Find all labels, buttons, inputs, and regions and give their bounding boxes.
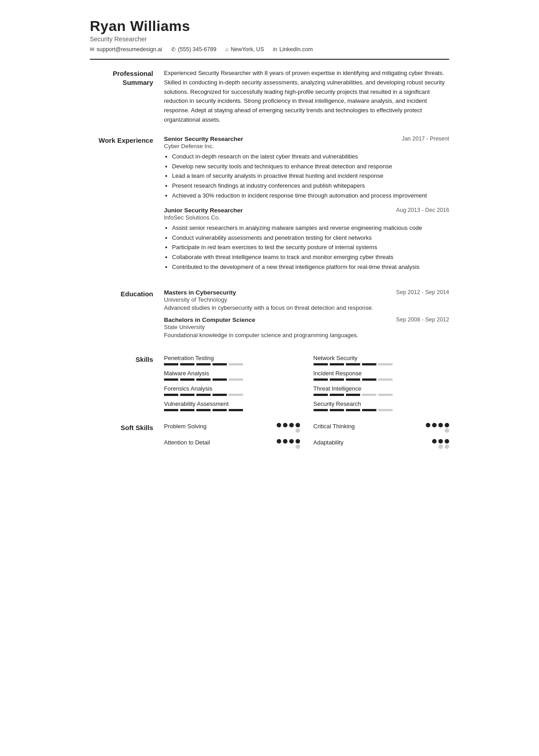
work-experience-label: Work Experience <box>90 136 164 278</box>
candidate-name: Ryan Williams <box>90 18 449 35</box>
skill-bar <box>314 394 450 396</box>
skill-segment-filled <box>196 409 211 411</box>
education-item: Masters in CybersecuritySep 2012 - Sep 2… <box>164 289 449 311</box>
job-title: Junior Security Researcher <box>164 207 243 214</box>
skill-segment-empty <box>378 394 393 396</box>
skill-segment-filled <box>164 409 178 411</box>
skill-segment-filled <box>330 363 344 365</box>
soft-skills-content: Problem SolvingCritical ThinkingAttentio… <box>164 423 449 452</box>
work-experience-content: Senior Security ResearcherJan 2017 - Pre… <box>164 136 449 278</box>
skill-segment-empty <box>362 394 376 396</box>
soft-skill-name: Adaptability <box>314 439 344 446</box>
summary-content: Experienced Security Researcher with 8 y… <box>164 69 449 125</box>
dots-container <box>426 423 449 434</box>
dot-empty <box>438 444 443 449</box>
job-bullet: Achieved a 30% reduction in incident res… <box>172 191 449 201</box>
dot-filled <box>438 423 443 427</box>
skill-segment-empty <box>229 363 243 365</box>
job-bullet: Develop new security tools and technique… <box>172 162 449 171</box>
education-section: Education Masters in CybersecuritySep 20… <box>90 289 449 344</box>
skill-name: Network Security <box>314 355 450 361</box>
skill-segment-filled <box>362 409 376 411</box>
dot-filled <box>426 423 430 427</box>
job-date: Jan 2017 - Present <box>402 136 449 142</box>
skill-segment-empty <box>229 394 243 396</box>
skill-segment-filled <box>164 363 178 365</box>
skill-segment-filled <box>196 378 211 381</box>
dot-empty <box>445 428 449 433</box>
email-icon: ✉ <box>90 46 94 53</box>
work-experience-section: Work Experience Senior Security Research… <box>90 136 449 278</box>
skills-section: Skills Penetration TestingNetwork Securi… <box>90 355 449 412</box>
skill-segment-filled <box>362 378 376 381</box>
skill-bar <box>314 378 450 381</box>
job-bullet: Present research findings at industry co… <box>172 181 449 191</box>
skill-segment-filled <box>314 394 328 396</box>
dot-filled <box>296 423 300 427</box>
job-item: Senior Security ResearcherJan 2017 - Pre… <box>164 136 449 201</box>
skill-name: Threat Intelligence <box>314 385 450 392</box>
dot-empty <box>296 428 300 433</box>
skill-segment-filled <box>229 409 243 411</box>
email-value: support@resumedesign.ai <box>97 46 162 53</box>
edu-school: State University <box>164 324 449 330</box>
job-company: Cyber Defense Inc. <box>164 143 449 149</box>
edu-degree: Masters in Cybersecurity <box>164 289 236 296</box>
location-item: ⌂ NewYork, US <box>225 46 264 53</box>
skill-segment-filled <box>314 378 328 381</box>
skill-segment-filled <box>330 378 344 381</box>
soft-skill-item: Problem Solving <box>164 423 300 434</box>
soft-skill-item: Critical Thinking <box>314 423 450 434</box>
header: Ryan Williams Security Researcher ✉ supp… <box>90 18 449 53</box>
skill-segment-empty <box>378 378 393 381</box>
skill-segment-empty <box>229 378 243 381</box>
skill-segment-filled <box>346 394 360 396</box>
dot-filled <box>283 439 287 444</box>
dot-filled <box>283 423 287 427</box>
email-item: ✉ support@resumedesign.ai <box>90 46 162 53</box>
soft-skills-label: Soft Skills <box>90 423 164 452</box>
skill-segment-filled <box>346 409 360 411</box>
dot-filled <box>438 439 443 444</box>
job-bullet: Lead a team of security analysts in proa… <box>172 171 449 181</box>
education-item: Bachelors in Computer ScienceSep 2008 - … <box>164 316 449 338</box>
skill-name: Forensics Analysis <box>164 385 300 392</box>
skill-name: Malware Analysis <box>164 370 300 377</box>
dot-filled <box>432 439 437 444</box>
dot-filled <box>445 439 449 444</box>
education-content: Masters in CybersecuritySep 2012 - Sep 2… <box>164 289 449 344</box>
skills-content: Penetration TestingNetwork SecurityMalwa… <box>164 355 449 412</box>
job-bullet: Collaborate with threat intelligence tea… <box>172 253 449 262</box>
edu-date: Sep 2012 - Sep 2014 <box>396 289 449 295</box>
skill-segment-filled <box>180 394 194 396</box>
location-icon: ⌂ <box>225 46 229 53</box>
soft-skill-item: Attention to Detail <box>164 439 300 450</box>
dot-filled <box>445 423 449 427</box>
skill-item: Network Security <box>314 355 450 365</box>
job-company: InfoSec Solutions Co. <box>164 214 449 221</box>
skill-item: Penetration Testing <box>164 355 300 365</box>
soft-skills-grid: Problem SolvingCritical ThinkingAttentio… <box>164 423 449 452</box>
dot-filled <box>277 439 281 444</box>
dots-container <box>432 439 449 450</box>
summary-text: Experienced Security Researcher with 8 y… <box>164 69 449 125</box>
edu-desc: Advanced studies in cybersecurity with a… <box>164 304 449 311</box>
job-bullet: Assist senior researchers in analyzing m… <box>172 224 449 233</box>
skill-segment-filled <box>212 378 227 381</box>
skill-item: Incident Response <box>314 370 450 381</box>
job-bullet: Participate in red team exercises to tes… <box>172 243 449 252</box>
edu-desc: Foundational knowledge in computer scien… <box>164 332 449 338</box>
dot-filled <box>289 439 294 444</box>
summary-label: Professional Summary <box>90 69 164 125</box>
phone-value: (555) 345-6789 <box>178 46 216 53</box>
skill-item: Malware Analysis <box>164 370 300 381</box>
location-value: NewYork, US <box>231 46 264 53</box>
skill-segment-filled <box>196 363 211 365</box>
skill-bar <box>164 378 300 381</box>
phone-item: ✆ (555) 345-6789 <box>171 46 216 53</box>
skill-segment-filled <box>196 394 211 396</box>
job-date: Aug 2013 - Dec 2016 <box>396 207 449 213</box>
dot-empty <box>445 444 449 449</box>
skill-segment-filled <box>180 409 194 411</box>
skill-segment-filled <box>346 363 360 365</box>
